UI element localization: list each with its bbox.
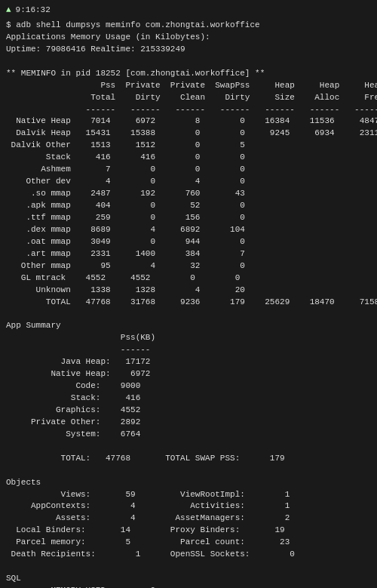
terminal-output: $ adb shell dumpsys meminfo com.zhongtai… — [6, 20, 371, 588]
time-display: 9:16:32 — [16, 5, 51, 17]
signal-icon: ▲ — [6, 5, 11, 17]
status-bar: ▲ 9:16:32 — [6, 5, 371, 17]
